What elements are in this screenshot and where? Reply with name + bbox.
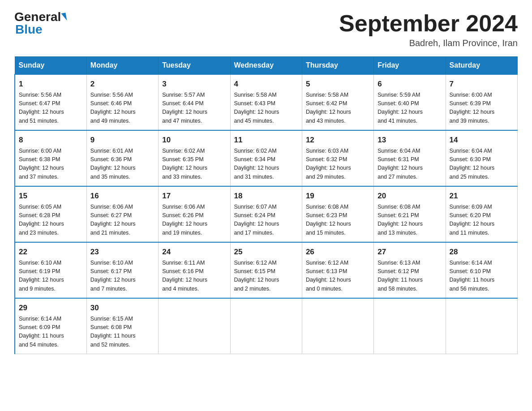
- calendar-cell: 8Sunrise: 6:00 AMSunset: 6:38 PMDaylight…: [15, 130, 86, 186]
- day-number: 21: [450, 190, 514, 202]
- header-day-saturday: Saturday: [446, 57, 517, 75]
- logo-triangle-icon: [61, 13, 67, 21]
- logo: General Blue: [14, 11, 66, 36]
- day-info: Sunrise: 6:08 AMSunset: 6:21 PMDaylight:…: [378, 203, 442, 238]
- calendar-week-row: 15Sunrise: 6:05 AMSunset: 6:28 PMDayligh…: [15, 186, 518, 242]
- day-number: 19: [306, 190, 370, 202]
- header-day-tuesday: Tuesday: [159, 57, 230, 75]
- calendar-cell: 28Sunrise: 6:14 AMSunset: 6:10 PMDayligh…: [446, 242, 517, 298]
- header-day-monday: Monday: [86, 57, 158, 75]
- calendar-cell: 5Sunrise: 5:58 AMSunset: 6:42 PMDaylight…: [302, 74, 373, 130]
- day-info: Sunrise: 6:10 AMSunset: 6:19 PMDaylight:…: [19, 259, 83, 294]
- title-block: September 2024 Badreh, Ilam Province, Ir…: [339, 11, 518, 48]
- day-info: Sunrise: 6:02 AMSunset: 6:34 PMDaylight:…: [234, 147, 298, 182]
- day-info: Sunrise: 6:11 AMSunset: 6:16 PMDaylight:…: [162, 259, 226, 294]
- day-number: 30: [90, 302, 154, 314]
- day-number: 13: [378, 134, 442, 146]
- calendar-cell: 25Sunrise: 6:12 AMSunset: 6:15 PMDayligh…: [230, 242, 302, 298]
- calendar-cell: 20Sunrise: 6:08 AMSunset: 6:21 PMDayligh…: [374, 186, 446, 242]
- day-info: Sunrise: 5:59 AMSunset: 6:40 PMDaylight:…: [378, 91, 442, 126]
- day-info: Sunrise: 6:13 AMSunset: 6:12 PMDaylight:…: [378, 259, 442, 294]
- day-info: Sunrise: 6:12 AMSunset: 6:13 PMDaylight:…: [306, 259, 370, 294]
- day-number: 18: [234, 190, 298, 202]
- calendar-cell: [230, 298, 302, 354]
- day-number: 6: [378, 78, 442, 90]
- page-title: September 2024: [339, 11, 518, 36]
- calendar-week-row: 1Sunrise: 5:56 AMSunset: 6:47 PMDaylight…: [15, 74, 518, 130]
- calendar-cell: 17Sunrise: 6:06 AMSunset: 6:26 PMDayligh…: [159, 186, 230, 242]
- calendar-cell: 16Sunrise: 6:06 AMSunset: 6:27 PMDayligh…: [86, 186, 158, 242]
- calendar-cell: 6Sunrise: 5:59 AMSunset: 6:40 PMDaylight…: [374, 74, 446, 130]
- day-number: 26: [306, 246, 370, 258]
- day-number: 12: [306, 134, 370, 146]
- day-number: 5: [306, 78, 370, 90]
- day-number: 29: [19, 302, 83, 314]
- calendar-cell: [159, 298, 230, 354]
- day-number: 14: [450, 134, 514, 146]
- calendar-cell: 14Sunrise: 6:04 AMSunset: 6:30 PMDayligh…: [446, 130, 517, 186]
- calendar-cell: [446, 298, 517, 354]
- day-info: Sunrise: 6:10 AMSunset: 6:17 PMDaylight:…: [90, 259, 154, 294]
- calendar-cell: 12Sunrise: 6:03 AMSunset: 6:32 PMDayligh…: [302, 130, 373, 186]
- calendar-cell: 10Sunrise: 6:02 AMSunset: 6:35 PMDayligh…: [159, 130, 230, 186]
- calendar-cell: 27Sunrise: 6:13 AMSunset: 6:12 PMDayligh…: [374, 242, 446, 298]
- calendar-header-row: SundayMondayTuesdayWednesdayThursdayFrid…: [15, 57, 518, 75]
- logo-general: General: [14, 11, 61, 23]
- day-info: Sunrise: 6:01 AMSunset: 6:36 PMDaylight:…: [90, 147, 154, 182]
- calendar-cell: 30Sunrise: 6:15 AMSunset: 6:08 PMDayligh…: [86, 298, 158, 354]
- day-number: 28: [450, 246, 514, 258]
- calendar-cell: 29Sunrise: 6:14 AMSunset: 6:09 PMDayligh…: [15, 298, 86, 354]
- day-info: Sunrise: 6:14 AMSunset: 6:10 PMDaylight:…: [450, 259, 514, 294]
- day-number: 23: [90, 246, 154, 258]
- calendar-cell: 1Sunrise: 5:56 AMSunset: 6:47 PMDaylight…: [15, 74, 86, 130]
- calendar-cell: [302, 298, 373, 354]
- day-info: Sunrise: 6:14 AMSunset: 6:09 PMDaylight:…: [19, 315, 83, 350]
- day-info: Sunrise: 6:04 AMSunset: 6:30 PMDaylight:…: [450, 147, 514, 182]
- day-info: Sunrise: 6:03 AMSunset: 6:32 PMDaylight:…: [306, 147, 370, 182]
- calendar-cell: 23Sunrise: 6:10 AMSunset: 6:17 PMDayligh…: [86, 242, 158, 298]
- day-info: Sunrise: 6:00 AMSunset: 6:39 PMDaylight:…: [450, 91, 514, 126]
- day-number: 10: [162, 134, 226, 146]
- day-info: Sunrise: 6:05 AMSunset: 6:28 PMDaylight:…: [19, 203, 83, 238]
- day-number: 17: [162, 190, 226, 202]
- day-info: Sunrise: 6:02 AMSunset: 6:35 PMDaylight:…: [162, 147, 226, 182]
- calendar-cell: 4Sunrise: 5:58 AMSunset: 6:43 PMDaylight…: [230, 74, 302, 130]
- page-header: General Blue September 2024 Badreh, Ilam…: [14, 11, 518, 48]
- day-number: 2: [90, 78, 154, 90]
- day-number: 3: [162, 78, 226, 90]
- day-number: 1: [19, 78, 83, 90]
- day-info: Sunrise: 6:15 AMSunset: 6:08 PMDaylight:…: [90, 315, 154, 350]
- calendar-cell: 21Sunrise: 6:09 AMSunset: 6:20 PMDayligh…: [446, 186, 517, 242]
- day-info: Sunrise: 5:58 AMSunset: 6:43 PMDaylight:…: [234, 91, 298, 126]
- calendar-cell: 24Sunrise: 6:11 AMSunset: 6:16 PMDayligh…: [159, 242, 230, 298]
- day-number: 27: [378, 246, 442, 258]
- calendar-cell: 2Sunrise: 5:56 AMSunset: 6:46 PMDaylight…: [86, 74, 158, 130]
- day-info: Sunrise: 6:04 AMSunset: 6:31 PMDaylight:…: [378, 147, 442, 182]
- header-day-friday: Friday: [374, 57, 446, 75]
- calendar-cell: 7Sunrise: 6:00 AMSunset: 6:39 PMDaylight…: [446, 74, 517, 130]
- day-number: 9: [90, 134, 154, 146]
- day-info: Sunrise: 6:12 AMSunset: 6:15 PMDaylight:…: [234, 259, 298, 294]
- calendar-cell: [374, 298, 446, 354]
- calendar-week-row: 29Sunrise: 6:14 AMSunset: 6:09 PMDayligh…: [15, 298, 518, 354]
- page-location: Badreh, Ilam Province, Iran: [339, 38, 518, 48]
- calendar-week-row: 22Sunrise: 6:10 AMSunset: 6:19 PMDayligh…: [15, 242, 518, 298]
- day-info: Sunrise: 5:57 AMSunset: 6:44 PMDaylight:…: [162, 91, 226, 126]
- calendar-cell: 9Sunrise: 6:01 AMSunset: 6:36 PMDaylight…: [86, 130, 158, 186]
- header-day-wednesday: Wednesday: [230, 57, 302, 75]
- calendar-cell: 18Sunrise: 6:07 AMSunset: 6:24 PMDayligh…: [230, 186, 302, 242]
- calendar-cell: 22Sunrise: 6:10 AMSunset: 6:19 PMDayligh…: [15, 242, 86, 298]
- day-info: Sunrise: 5:56 AMSunset: 6:47 PMDaylight:…: [19, 91, 83, 126]
- day-number: 15: [19, 190, 83, 202]
- day-number: 4: [234, 78, 298, 90]
- calendar-table: SundayMondayTuesdayWednesdayThursdayFrid…: [14, 56, 518, 354]
- day-number: 22: [19, 246, 83, 258]
- day-number: 11: [234, 134, 298, 146]
- day-number: 20: [378, 190, 442, 202]
- day-number: 16: [90, 190, 154, 202]
- day-info: Sunrise: 5:58 AMSunset: 6:42 PMDaylight:…: [306, 91, 370, 126]
- calendar-cell: 3Sunrise: 5:57 AMSunset: 6:44 PMDaylight…: [159, 74, 230, 130]
- day-number: 24: [162, 246, 226, 258]
- calendar-cell: 11Sunrise: 6:02 AMSunset: 6:34 PMDayligh…: [230, 130, 302, 186]
- day-number: 7: [450, 78, 514, 90]
